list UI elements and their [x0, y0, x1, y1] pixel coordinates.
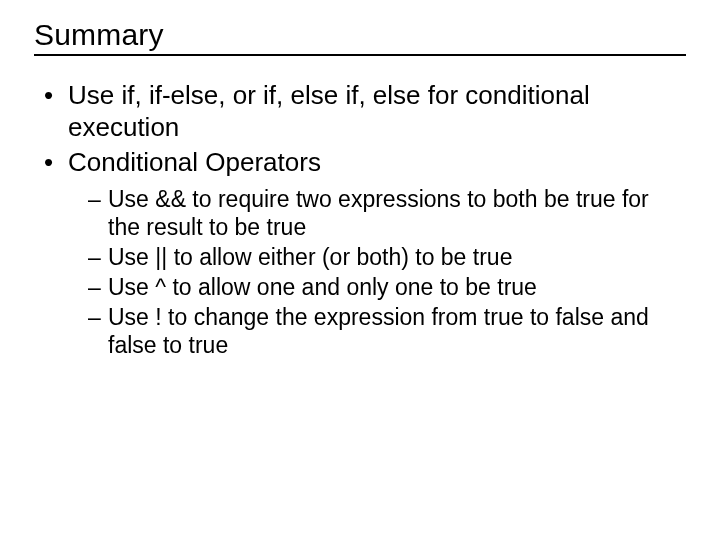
list-item: Conditional Operators Use && to require … [40, 147, 686, 359]
page-title: Summary [34, 18, 686, 56]
list-item: Use ^ to allow one and only one to be tr… [88, 273, 686, 301]
bullet-text: Use || to allow either (or both) to be t… [108, 244, 512, 270]
bullet-list: Use if, if-else, or if, else if, else fo… [34, 80, 686, 359]
sub-bullet-list: Use && to require two expressions to bot… [68, 185, 686, 359]
bullet-text: Conditional Operators [68, 147, 321, 177]
slide: Summary Use if, if-else, or if, else if,… [0, 0, 720, 540]
bullet-text: Use if, if-else, or if, else if, else fo… [68, 80, 590, 142]
list-item: Use || to allow either (or both) to be t… [88, 243, 686, 271]
list-item: Use && to require two expressions to bot… [88, 185, 686, 241]
list-item: Use ! to change the expression from true… [88, 303, 686, 359]
list-item: Use if, if-else, or if, else if, else fo… [40, 80, 686, 143]
bullet-text: Use ! to change the expression from true… [108, 304, 649, 358]
bullet-text: Use ^ to allow one and only one to be tr… [108, 274, 537, 300]
bullet-text: Use && to require two expressions to bot… [108, 186, 649, 240]
